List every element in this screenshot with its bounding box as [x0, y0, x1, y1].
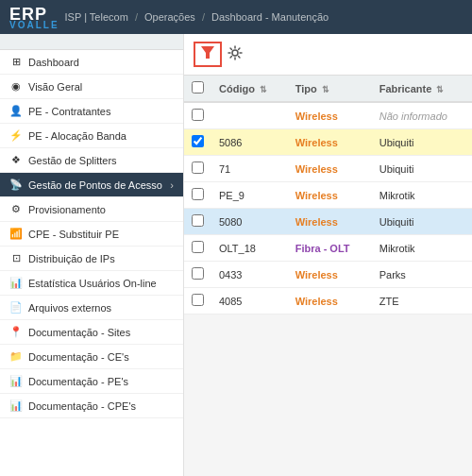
sidebar-label-arquivos-externos: Arquivos externos	[28, 302, 111, 314]
sidebar-label-distribuicao-ips: Distribuição de IPs	[28, 253, 115, 264]
col-fabricante-label: Fabricante	[379, 83, 432, 94]
sidebar-icon-documentacao-sites: 📍	[9, 326, 23, 338]
sidebar-icon-documentacao-pes: 📊	[9, 375, 23, 387]
sidebar-icon-pe-alocacao-banda: ⚡	[9, 129, 23, 142]
breadcrumb-operacoes[interactable]: Operações	[144, 11, 195, 23]
row-codigo-1: 5086	[211, 129, 288, 156]
settings-button[interactable]	[228, 45, 243, 63]
filter-icon	[201, 46, 214, 60]
col-codigo: Código ⇅	[211, 76, 288, 102]
row-checkbox-6[interactable]	[192, 267, 204, 280]
row-codigo-7: 4085	[211, 288, 288, 314]
row-codigo-0	[211, 102, 288, 129]
sort-tipo-icon[interactable]: ⇅	[322, 85, 329, 94]
row-tipo-4: Wireless	[288, 209, 372, 235]
row-checkbox-1[interactable]	[192, 135, 204, 147]
tipo-value-1: Wireless	[295, 137, 338, 148]
col-tipo-label: Tipo	[295, 83, 317, 94]
sidebar-item-documentacao-ces[interactable]: 📁 Documentação - CE's	[0, 345, 183, 369]
sidebar-item-estatistica-usuarios[interactable]: 📊 Estatística Usuários On-line	[0, 271, 183, 296]
row-fabricante-1: Ubiquiti	[372, 129, 472, 156]
sidebar-item-provisionamento[interactable]: ⚙ Provisionamento	[0, 197, 183, 222]
sidebar-arrow-gestao-pontos-acesso: ›	[170, 179, 174, 191]
filter-button[interactable]	[194, 42, 222, 67]
sidebar-item-documentacao-pes[interactable]: 📊 Documentação - PE's	[0, 369, 183, 394]
fabricante-value-4: Ubiquiti	[379, 216, 414, 228]
table-row: 5086 Wireless Ubiquiti	[184, 129, 472, 156]
svg-marker-0	[201, 46, 214, 59]
sidebar-label-documentacao-sites: Documentação - Sites	[28, 327, 130, 338]
sidebar-label-documentacao-cpes: Documentação - CPE's	[28, 400, 136, 412]
sidebar-label-pe-alocacao-banda: PE - Alocação Banda	[28, 130, 126, 142]
tipo-value-7: Wireless	[295, 296, 338, 307]
fabricante-value-3: Mikrotik	[379, 190, 415, 201]
row-checkbox-cell-2	[184, 156, 211, 182]
row-checkbox-2[interactable]	[192, 162, 204, 174]
row-checkbox-cell-3	[184, 182, 211, 209]
row-checkbox-cell-1	[184, 129, 211, 156]
row-tipo-2: Wireless	[288, 156, 372, 182]
tipo-value-4: Wireless	[295, 216, 338, 228]
row-fabricante-7: ZTE	[372, 288, 472, 314]
col-fabricante: Fabricante ⇅	[372, 76, 472, 102]
sidebar-label-documentacao-ces: Documentação - CE's	[28, 351, 129, 363]
row-checkbox-3[interactable]	[192, 188, 204, 200]
sidebar-icon-documentacao-cpes: 📊	[9, 400, 23, 412]
breadcrumb-isp[interactable]: ISP | Telecom	[65, 11, 128, 23]
row-checkbox-5[interactable]	[192, 241, 204, 253]
breadcrumb-current: Dashboard - Manutenção	[211, 11, 329, 23]
content-area: Código ⇅ Tipo ⇅ Fabricante ⇅	[184, 34, 472, 476]
row-checkbox-7[interactable]	[192, 294, 204, 306]
row-codigo-3: PE_9	[211, 182, 288, 209]
sidebar-item-cpe-substituir-pe[interactable]: 📶 CPE - Substituir PE	[0, 222, 183, 246]
sidebar-item-gestao-splitters[interactable]: ❖ Gestão de Splitters	[0, 148, 183, 173]
table-row: PE_9 Wireless Mikrotik	[184, 182, 472, 209]
tipo-value-2: Wireless	[295, 163, 338, 175]
sidebar-item-visao-geral[interactable]: ◉ Visão Geral	[0, 75, 183, 99]
row-checkbox-4[interactable]	[192, 214, 204, 227]
row-checkbox-cell-0	[184, 102, 211, 129]
sidebar-item-pe-alocacao-banda[interactable]: ⚡ PE - Alocação Banda	[0, 124, 183, 148]
sidebar-icon-gestao-splitters: ❖	[9, 154, 23, 166]
logo[interactable]: ERPVOALLE	[9, 5, 59, 30]
fabricante-value-0: Não informado	[379, 110, 447, 122]
sidebar-icon-pe-contratantes: 👤	[9, 105, 23, 117]
sidebar-label-dashboard: Dashboard	[28, 57, 79, 68]
table-row: 4085 Wireless ZTE	[184, 288, 472, 314]
row-checkbox-cell-6	[184, 262, 211, 288]
logo-sub: VOALLE	[9, 21, 59, 30]
sidebar: ⊞ Dashboard ◉ Visão Geral 👤 PE - Contrat…	[0, 34, 184, 476]
sidebar-label-provisionamento: Provisionamento	[28, 204, 106, 215]
col-codigo-label: Código	[219, 83, 255, 94]
table-header-row: Código ⇅ Tipo ⇅ Fabricante ⇅	[184, 76, 472, 102]
sidebar-item-documentacao-sites[interactable]: 📍 Documentação - Sites	[0, 320, 183, 345]
sidebar-item-pe-contratantes[interactable]: 👤 PE - Contratantes	[0, 99, 183, 124]
row-checkbox-0[interactable]	[192, 109, 204, 121]
fabricante-value-2: Ubiquiti	[379, 163, 414, 175]
table-wrapper: Código ⇅ Tipo ⇅ Fabricante ⇅	[184, 76, 472, 476]
row-checkbox-cell-5	[184, 235, 211, 262]
select-all-checkbox[interactable]	[192, 81, 204, 94]
sidebar-item-documentacao-cpes[interactable]: 📊 Documentação - CPE's	[0, 394, 183, 418]
sidebar-label-gestao-splitters: Gestão de Splitters	[28, 155, 117, 166]
table-row: Wireless Não informado	[184, 102, 472, 129]
row-codigo-4: 5080	[211, 209, 288, 235]
sort-codigo-icon[interactable]: ⇅	[260, 85, 267, 94]
sidebar-icon-gestao-pontos-acesso: 📡	[9, 178, 23, 191]
sidebar-item-arquivos-externos[interactable]: 📄 Arquivos externos	[0, 296, 183, 320]
row-codigo-5: OLT_18	[211, 235, 288, 262]
sidebar-item-gestao-pontos-acesso[interactable]: 📡 Gestão de Pontos de Acesso ›	[0, 173, 183, 197]
sidebar-icon-documentacao-ces: 📁	[9, 350, 23, 363]
main-table: Código ⇅ Tipo ⇅ Fabricante ⇅	[184, 76, 472, 314]
sidebar-icon-provisionamento: ⚙	[9, 203, 23, 215]
row-codigo-6: 0433	[211, 262, 288, 288]
row-tipo-0: Wireless	[288, 102, 372, 129]
sidebar-item-dashboard[interactable]: ⊞ Dashboard	[0, 50, 183, 75]
sort-fabricante-icon[interactable]: ⇅	[436, 85, 444, 94]
sidebar-icon-visao-geral: ◉	[9, 80, 23, 93]
row-fabricante-5: Mikrotik	[372, 235, 472, 262]
tipo-value-3: Wireless	[295, 190, 338, 201]
sidebar-item-distribuicao-ips[interactable]: ⊡ Distribuição de IPs	[0, 246, 183, 271]
row-fabricante-2: Ubiquiti	[372, 156, 472, 182]
col-checkbox	[184, 76, 211, 102]
